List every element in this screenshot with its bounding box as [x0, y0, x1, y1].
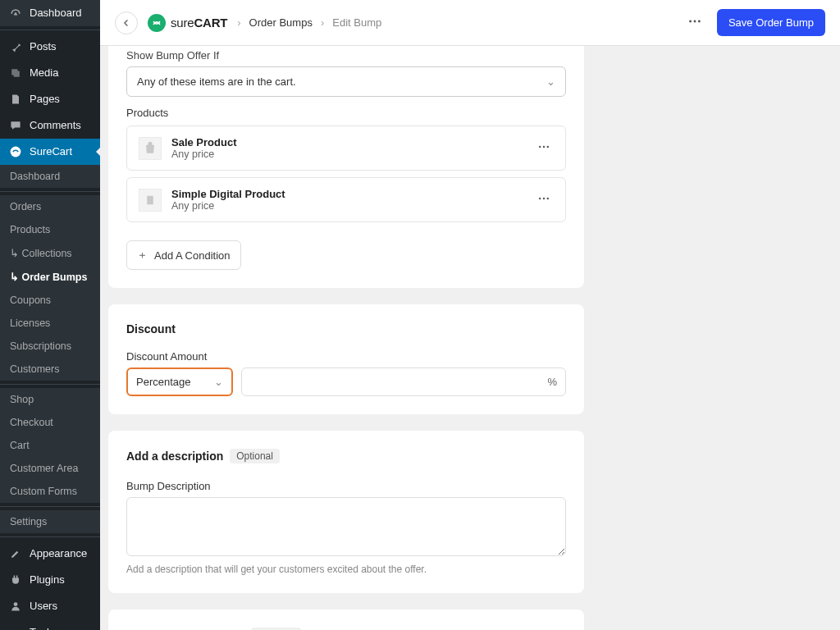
svg-point-0	[11, 147, 21, 158]
sidebar-sub-collections[interactable]: ↳ Collections	[0, 241, 100, 265]
brush-icon	[8, 546, 23, 561]
bump-description-input[interactable]	[126, 497, 566, 556]
condition-card: Show Bump Offer If Any of these items ar…	[108, 46, 584, 288]
svg-point-5	[698, 21, 701, 23]
sidebar-item-plugins[interactable]: Plugins	[0, 567, 100, 593]
svg-point-7	[543, 146, 545, 148]
condition-select[interactable]: Any of these items are in the cart. ⌄	[126, 66, 566, 97]
sidebar-sub-order-bumps[interactable]: ↳ Order Bumps	[0, 265, 100, 289]
plus-icon: ＋	[137, 248, 148, 262]
svg-rect-9	[147, 195, 153, 204]
sidebar-sub-custom-forms[interactable]: Custom Forms	[0, 480, 100, 503]
add-condition-button[interactable]: ＋ Add A Condition	[126, 240, 241, 270]
svg-point-10	[539, 198, 541, 199]
product-actions-button[interactable]	[534, 189, 554, 211]
product-price: Any price	[171, 148, 524, 160]
description-title: Add a description	[126, 450, 223, 463]
comment-icon	[8, 118, 23, 133]
sidebar-item-surecart[interactable]: SureCart	[0, 139, 100, 165]
chevron-right-icon: ›	[321, 16, 324, 29]
sidebar-item-dashboard[interactable]: Dashboard	[0, 0, 100, 26]
wrench-icon	[8, 625, 23, 630]
main-region: sureCART › Order Bumps › Edit Bump Save …	[100, 0, 840, 630]
discount-title: Discount	[126, 322, 566, 336]
surecart-icon	[8, 144, 23, 159]
discount-type-select[interactable]: Percentage ⌄	[126, 368, 233, 396]
discount-amount-label: Discount Amount	[126, 350, 566, 363]
sidebar-item-appearance[interactable]: Appearance	[0, 541, 100, 567]
breadcrumb: › Order Bumps › Edit Bump	[237, 16, 381, 29]
product-row: Simple Digital Product Any price	[126, 177, 566, 222]
sidebar-item-media[interactable]: Media	[0, 60, 100, 86]
arrow-left-icon	[121, 17, 132, 29]
breadcrumb-current: Edit Bump	[332, 16, 381, 29]
product-actions-button[interactable]	[534, 137, 554, 159]
sidebar-sub-shop[interactable]: Shop	[0, 388, 100, 411]
sidebar-item-label: SureCart	[30, 144, 72, 159]
sidebar-sub-orders[interactable]: Orders	[0, 195, 100, 218]
content-scroll[interactable]: Show Bump Offer If Any of these items ar…	[100, 46, 840, 630]
sidebar-item-posts[interactable]: Posts	[0, 34, 100, 60]
sidebar-sub-licenses[interactable]: Licenses	[0, 312, 100, 335]
sidebar-sub-checkout[interactable]: Checkout	[0, 411, 100, 434]
svg-point-3	[689, 21, 692, 23]
sidebar-item-label: Comments	[30, 118, 81, 133]
admin-sidebar: Dashboard Posts Media Pages Comments Sur…	[0, 0, 100, 630]
discount-amount-input[interactable]: %	[241, 368, 566, 396]
sidebar-sub-dashboard[interactable]: Dashboard	[0, 165, 100, 188]
product-thumb-icon	[139, 189, 162, 212]
sidebar-item-label: Appearance	[30, 546, 87, 561]
condition-select-value: Any of these items are in the cart.	[137, 75, 296, 88]
back-button[interactable]	[115, 11, 138, 34]
topbar: sureCART › Order Bumps › Edit Bump Save …	[100, 0, 840, 46]
dots-horizontal-icon	[537, 192, 550, 205]
discount-type-value: Percentage	[136, 376, 191, 388]
svg-point-6	[539, 146, 541, 148]
cta-card: Custom Call to action Optional	[108, 609, 584, 630]
product-price: Any price	[171, 200, 524, 212]
surecart-logo: sureCART	[148, 14, 227, 32]
sidebar-item-label: Media	[30, 66, 58, 80]
media-icon	[8, 66, 23, 80]
products-label: Products	[126, 107, 566, 119]
page-icon	[8, 92, 23, 107]
discount-suffix: %	[547, 376, 557, 388]
add-condition-label: Add A Condition	[154, 249, 231, 262]
sidebar-item-label: Users	[30, 599, 57, 614]
breadcrumb-order-bumps[interactable]: Order Bumps	[249, 16, 313, 29]
sidebar-sub-cart[interactable]: Cart	[0, 434, 100, 457]
product-row: Sale Product Any price	[126, 126, 566, 171]
sidebar-item-label: Plugins	[30, 573, 65, 587]
discount-card: Discount Discount Amount Percentage ⌄ %	[108, 304, 584, 414]
pin-icon	[8, 39, 23, 54]
svg-point-12	[547, 198, 549, 199]
surecart-logo-text: sureCART	[171, 16, 227, 30]
more-actions-button[interactable]	[682, 11, 707, 34]
svg-point-8	[547, 146, 549, 148]
sidebar-sub-subscriptions[interactable]: Subscriptions	[0, 335, 100, 358]
sidebar-sub-settings[interactable]: Settings	[0, 510, 100, 533]
sidebar-item-pages[interactable]: Pages	[0, 86, 100, 112]
sidebar-sub-coupons[interactable]: Coupons	[0, 289, 100, 312]
gauge-icon	[8, 6, 23, 21]
sidebar-item-label: Posts	[30, 39, 57, 54]
bump-description-label: Bump Description	[126, 480, 566, 492]
chevron-down-icon: ⌄	[546, 75, 555, 88]
sidebar-sub-customer-area[interactable]: Customer Area	[0, 457, 100, 480]
save-order-bump-button[interactable]: Save Order Bump	[717, 9, 825, 36]
sidebar-sub-products[interactable]: Products	[0, 218, 100, 241]
sidebar-item-label: Tools	[30, 625, 54, 630]
sidebar-item-comments[interactable]: Comments	[0, 112, 100, 139]
dots-horizontal-icon	[537, 140, 550, 153]
sidebar-item-tools[interactable]: Tools	[0, 619, 100, 630]
svg-point-4	[694, 21, 696, 23]
surecart-logo-icon	[148, 14, 166, 32]
bump-description-hint: Add a description that will get your cus…	[126, 564, 566, 575]
chevron-right-icon: ›	[237, 16, 240, 29]
dots-horizontal-icon	[687, 14, 702, 29]
chevron-down-icon: ⌄	[214, 376, 223, 388]
svg-point-1	[14, 602, 18, 606]
sidebar-item-users[interactable]: Users	[0, 593, 100, 619]
sidebar-item-label: Dashboard	[30, 6, 82, 21]
sidebar-sub-customers[interactable]: Customers	[0, 358, 100, 381]
